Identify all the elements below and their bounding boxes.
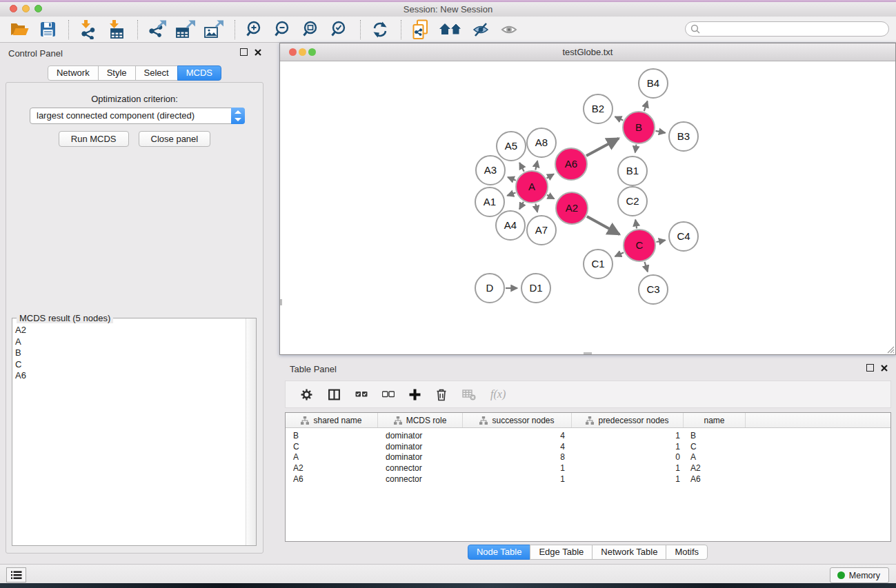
delete-column-trash-icon[interactable] (435, 388, 448, 401)
run-mcds-button[interactable]: Run MCDS (59, 131, 129, 147)
vertical-scroll-mark[interactable] (280, 299, 282, 305)
control-tab-style[interactable]: Style (98, 65, 136, 81)
export-table-icon[interactable] (175, 19, 197, 41)
edge-C-C4[interactable] (657, 240, 666, 242)
edge-A-A3[interactable] (508, 177, 516, 181)
optimization-criterion-dropdown[interactable]: largest connected component (directed) (30, 108, 245, 124)
edge-A6-B[interactable] (586, 139, 619, 156)
edge-A-A2[interactable] (547, 195, 554, 199)
table-cell[interactable]: dominator (378, 452, 463, 462)
delete-table-icon[interactable] (462, 389, 476, 401)
table-cell[interactable]: 4 (463, 442, 572, 452)
edge-C-C1[interactable] (615, 252, 624, 256)
table-cell[interactable]: 0 (572, 452, 684, 462)
edge-C-C3[interactable] (645, 262, 648, 272)
network-canvas[interactable]: B4B2BB3A8A5A6A3B1AC2A1A2A4A7C4CC1DD1C3 (280, 61, 895, 354)
table-cell[interactable]: A2 (684, 463, 746, 473)
result-list-scrollbar[interactable] (246, 318, 256, 545)
hide-panel-eye-icon[interactable] (470, 19, 492, 41)
table-tab-motifs[interactable]: Motifs (666, 545, 708, 560)
table-cell[interactable]: 1 (463, 463, 572, 473)
control-tab-mcds[interactable]: MCDS (177, 65, 221, 81)
resize-grip-icon[interactable] (886, 345, 895, 354)
table-tab-edge-table[interactable]: Edge Table (530, 545, 593, 560)
edge-A-A5[interactable] (519, 163, 524, 172)
column-header-MCDS-role[interactable]: MCDS role (378, 413, 463, 427)
control-tab-network[interactable]: Network (48, 65, 99, 81)
column-header-predecessor-nodes[interactable]: predecessor nodes (572, 413, 684, 427)
table-cell[interactable]: 4 (463, 431, 572, 440)
edge-B-B1[interactable] (635, 145, 637, 153)
edge-A-A4[interactable] (519, 202, 524, 210)
column-header-shared-name[interactable]: shared name (286, 413, 378, 427)
table-cell[interactable]: A6 (286, 474, 378, 484)
result-item[interactable]: C (15, 359, 243, 371)
table-cell[interactable]: B (286, 431, 378, 440)
table-cell[interactable]: 1 (572, 463, 684, 473)
close-panel-icon[interactable] (255, 49, 261, 56)
control-tab-select[interactable]: Select (135, 65, 178, 81)
zoom-selected-icon[interactable] (328, 19, 350, 41)
import-network-icon[interactable] (77, 19, 99, 41)
table-cell[interactable]: dominator (378, 442, 463, 452)
home-layout-icon[interactable] (438, 19, 464, 41)
edge-A-A8[interactable] (535, 161, 537, 170)
edge-B-B2[interactable] (615, 116, 624, 120)
function-builder-icon[interactable]: f(x) (490, 388, 506, 401)
task-history-button[interactable] (6, 567, 26, 582)
clone-network-icon[interactable] (410, 19, 432, 41)
edge-B-B3[interactable] (656, 131, 666, 133)
result-item[interactable]: A (15, 336, 243, 348)
table-row[interactable]: Cdominator41C (286, 441, 890, 452)
show-panel-eye-icon[interactable] (499, 19, 521, 41)
float-panel-icon[interactable] (240, 48, 248, 56)
table-cell[interactable]: 1 (572, 431, 684, 440)
open-file-icon[interactable] (8, 19, 30, 41)
column-header-name[interactable]: name (684, 413, 746, 427)
edge-A-A1[interactable] (507, 193, 515, 196)
refresh-icon[interactable] (369, 19, 391, 41)
edge-C-C2[interactable] (635, 220, 637, 229)
import-table-icon[interactable] (106, 19, 128, 41)
table-cell[interactable]: connector (378, 463, 463, 473)
export-image-icon[interactable] (203, 19, 225, 41)
select-all-checkboxes-icon[interactable] (355, 390, 368, 398)
table-cell[interactable]: B (684, 431, 746, 440)
mcds-result-list[interactable]: A2ABCA6 (15, 325, 243, 382)
memory-button[interactable]: Memory (830, 567, 889, 583)
save-session-icon[interactable] (37, 19, 59, 41)
table-row[interactable]: A6connector11A6 (286, 474, 890, 485)
table-tab-network-table[interactable]: Network Table (592, 545, 666, 560)
table-cell[interactable]: 1 (572, 474, 684, 484)
search-input[interactable] (700, 23, 888, 34)
edge-A-A6[interactable] (547, 174, 554, 179)
zoom-out-icon[interactable] (272, 19, 294, 41)
toggle-column-panel-icon[interactable] (328, 388, 341, 401)
float-panel-icon[interactable] (866, 364, 874, 372)
table-cell[interactable]: A (684, 452, 746, 462)
result-item[interactable]: B (15, 347, 243, 359)
export-network-icon[interactable] (146, 19, 168, 41)
search-field[interactable] (685, 21, 889, 37)
table-cell[interactable]: 8 (463, 452, 572, 462)
zoom-in-icon[interactable] (243, 19, 266, 41)
close-panel-button[interactable]: Close panel (139, 131, 211, 147)
result-item[interactable]: A2 (15, 325, 243, 336)
horizontal-scroll-mark[interactable] (584, 352, 592, 354)
table-cell[interactable]: A2 (286, 463, 378, 473)
deselect-all-checkboxes-icon[interactable] (382, 390, 395, 398)
result-item[interactable]: A6 (15, 370, 243, 382)
table-cell[interactable]: C (684, 442, 746, 452)
table-cell[interactable]: A6 (684, 474, 746, 484)
table-cell[interactable]: C (286, 442, 378, 452)
close-panel-icon[interactable] (881, 365, 888, 372)
node-table[interactable]: shared nameMCDS rolesuccessor nodesprede… (285, 412, 891, 542)
table-cell[interactable]: 1 (572, 442, 684, 452)
edge-B-B4[interactable] (644, 101, 648, 112)
zoom-fit-icon[interactable] (300, 19, 322, 41)
table-row[interactable]: A2connector11A2 (286, 463, 890, 474)
edge-A2-C[interactable] (587, 216, 619, 234)
network-window-titlebar[interactable]: testGlobe.txt (280, 43, 895, 61)
table-tab-node-table[interactable]: Node Table (468, 545, 531, 560)
table-row[interactable]: Bdominator41B (286, 430, 890, 441)
